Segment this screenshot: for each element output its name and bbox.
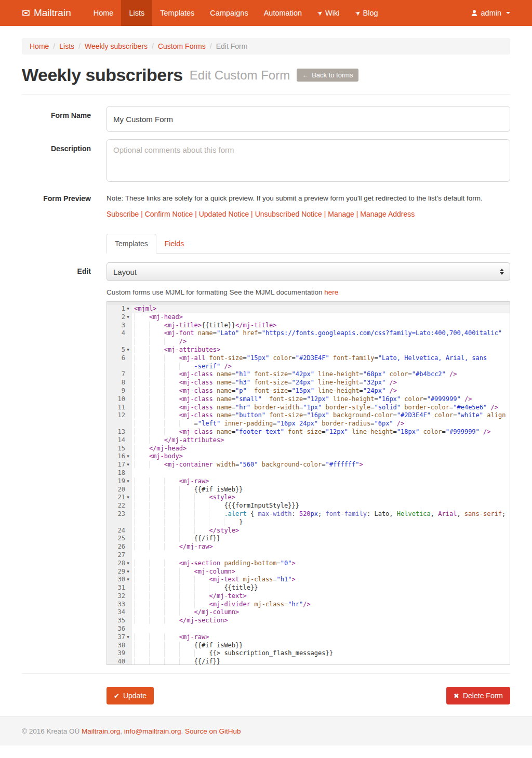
code-row: 37▾ <mj-raw> [107,633,510,642]
code-row: 32 </mj-text> [107,592,510,601]
user-icon [471,9,478,17]
nav-item-wiki[interactable]: ➤ Wiki [310,0,347,26]
description-row: Description [22,139,510,182]
fold-arrow-icon[interactable]: ▾ [125,477,131,486]
code-rows: 1▾<mjml>2▾ <mj-head>3 <mj-title>{{title}… [107,305,510,665]
form-name-input[interactable] [107,106,510,132]
brand-label: Mailtrain [34,7,71,19]
code-row: 7 <mj-class name="h1" font-size="42px" l… [107,370,510,379]
code-row: 2▾ <mj-head> [107,313,510,322]
code-row: 18 [107,469,510,477]
breadcrumb-edit-form: Edit Form [206,42,248,50]
code-row: 10 <mj-class name="small" font-size="12p… [107,395,510,404]
nav-item-automation[interactable]: Automation [256,0,310,26]
code-row: 35 </mj-section> [107,617,510,625]
brand-mailtrain[interactable]: ✉ Mailtrain [0,0,76,26]
form-preview-block: Note: These links are solely for a quick… [107,189,510,218]
tab-fields[interactable]: Fields [156,234,192,254]
fold-arrow-icon[interactable]: ▾ [125,568,131,576]
fold-arrow-icon[interactable]: ▾ [125,494,131,502]
code-row: 36 [107,625,510,633]
code-row: 11 <mj-class name="hr" border-width="1px… [107,404,510,412]
mjml-help-text: Custom forms use MJML for formatting See… [107,288,510,296]
fold-arrow-icon[interactable]: ▾ [125,560,131,568]
page-header: Weekly subscribers Edit Custom Form ← Ba… [22,65,510,85]
code-row: 4 <mj-font name="Lato" href="https://fon… [107,329,510,338]
fold-arrow-icon[interactable]: ▾ [125,576,131,584]
footer: © 2016 Kreata OÜ Mailtrain.org, info@mai… [0,716,532,746]
description-label: Description [22,139,91,182]
code-row: 16▾ <mj-body> [107,453,510,461]
user-menu[interactable]: admin [463,0,532,26]
nav-item-templates[interactable]: Templates [152,0,202,26]
breadcrumb-lists[interactable]: Lists [49,42,74,50]
nav-item-campaigns[interactable]: Campaigns [202,0,256,26]
preview-link-unsubscribed-notice[interactable]: Unsubscribed Notice [249,210,322,218]
breadcrumb-home[interactable]: Home [30,42,49,50]
form-preview-row: Form Preview Note: These links are solel… [22,189,510,218]
code-row: 31 {{title}} [107,584,510,592]
breadcrumb-weekly-subscribers[interactable]: Weekly subscribers [74,42,148,50]
form-preview-label: Form Preview [22,189,91,218]
x-icon: ✖ [454,692,459,700]
code-row: 21▾ <style> [107,494,510,502]
envelope-icon: ✉ [22,8,30,18]
code-row: 9 <mj-class name="p" font-size="15px" li… [107,387,510,395]
code-row: 15 </mj-head> [107,445,510,453]
code-row: 13 <mj-class name="footer-text" font-siz… [107,428,510,436]
code-row: 40 {{/if}} [107,658,510,665]
preview-link-confirm-notice[interactable]: Confirm Notice [139,210,193,218]
breadcrumb-custom-forms[interactable]: Custom Forms [148,42,206,50]
user-label: admin [481,9,502,17]
select-carets-icon [500,269,504,275]
code-row: 6 <mj-all font-size="15px" color="#2D3E4… [107,354,510,363]
email-link[interactable]: info@mailtrain.org [124,727,181,735]
forward-arrow-icon: ➤ [353,8,362,17]
action-bar: ✔ Update ✖ Delete Form [22,687,510,704]
code-row: 30▾ <mj-text mj-class="h1"> [107,576,510,584]
fold-arrow-icon[interactable]: ▾ [125,313,131,322]
description-textarea[interactable] [107,139,510,182]
github-link[interactable]: Source on GitHub [185,727,241,735]
mjml-docs-link[interactable]: here [324,288,338,296]
fold-arrow-icon[interactable]: ▾ [125,305,131,313]
preview-links: SubscribeConfirm NoticeUpdated NoticeUns… [107,210,510,218]
code-row: 12 <mj-class name="button" font-size="16… [107,411,510,420]
form-name-row: Form Name [22,106,510,132]
preview-link-updated-notice[interactable]: Updated Notice [193,210,249,218]
code-row: 22 {{{formInputStyle}}} [107,502,510,510]
preview-link-subscribe[interactable]: Subscribe [107,210,139,218]
update-button[interactable]: ✔ Update [107,687,154,704]
preview-link-manage-address[interactable]: Manage Address [354,210,415,218]
mjml-code-editor[interactable]: 1▾<mjml>2▾ <mj-head>3 <mj-title>{{title}… [107,301,510,665]
fold-arrow-icon[interactable]: ▾ [125,461,131,469]
nav-item-home[interactable]: Home [86,0,122,26]
code-row: 33 <mj-divider mj-class="hr"/> [107,601,510,609]
edit-row: Edit Layout [22,262,510,281]
nav-item-lists[interactable]: Lists [121,0,152,26]
code-row: ="left" inner-padding="16px 24px" border… [107,420,510,428]
fold-arrow-icon[interactable]: ▾ [125,453,131,461]
fold-arrow-icon[interactable]: ▾ [125,346,131,354]
nav-menu: Home Lists Templates Campaigns Automatio… [86,0,386,26]
code-row: /> [107,338,510,346]
tab-templates[interactable]: Templates [107,234,156,254]
tab-bar: Templates Fields [107,234,510,254]
code-row: 29▾ <mj-column> [107,568,510,576]
delete-form-button[interactable]: ✖ Delete Form [446,687,510,704]
fold-arrow-icon[interactable]: ▾ [125,633,131,642]
edit-template-select[interactable]: Layout [107,262,510,281]
code-row: 38 {{#if isWeb}} [107,642,510,650]
code-row: } [107,518,510,527]
code-row: 39 {{> subscription_flash_messages}} [107,649,510,658]
back-to-forms-button[interactable]: ← Back to forms [297,69,358,82]
mailtrain-org-link[interactable]: Mailtrain.org [82,727,120,735]
code-row: 3 <mj-title>{{title}}</mj-title> [107,322,510,330]
form-name-label: Form Name [22,106,91,132]
selected-option: Layout [113,268,137,276]
nav-item-blog[interactable]: ➤ Blog [348,0,386,26]
page-title: Weekly subscribers [22,65,183,85]
code-row: 27 [107,551,510,560]
edit-label: Edit [22,262,91,281]
preview-link-manage[interactable]: Manage [322,210,354,218]
